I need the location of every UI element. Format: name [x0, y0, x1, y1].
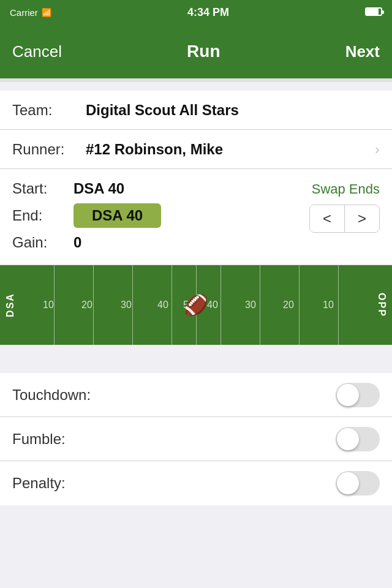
increment-button[interactable]: > [345, 205, 379, 232]
yard-line-20l [93, 265, 94, 345]
touchdown-knob [337, 384, 359, 406]
fumble-label: Fumble: [12, 431, 336, 448]
fumble-row: Fumble: [0, 417, 392, 461]
yard-num-30r: 30 [245, 300, 256, 311]
end-value[interactable]: DSA 40 [74, 203, 161, 228]
nav-title: Run [187, 42, 220, 61]
yard-num-20r: 20 [283, 300, 294, 311]
touchdown-toggle[interactable] [336, 383, 380, 407]
start-value: DSA 40 [74, 180, 124, 197]
gain-row: Gain: 0 [12, 229, 309, 256]
wifi-icon: 📶 [42, 8, 51, 17]
yard-num-10l: 10 [43, 300, 54, 311]
yard-line-20r [299, 265, 300, 345]
runner-value: #12 Robinson, Mike [86, 141, 375, 158]
start-label: Start: [12, 180, 74, 197]
play-details-section: Start: DSA 40 End: DSA 40 Gain: 0 Swap E… [0, 169, 392, 265]
start-row: Start: DSA 40 [12, 175, 309, 202]
swap-ends-button[interactable]: Swap Ends [312, 181, 380, 197]
yard-line-30l [132, 265, 133, 345]
penalty-row: Penalty: [0, 461, 392, 505]
team-label: Team: [12, 102, 86, 119]
yard-line-40r [221, 265, 221, 345]
touchdown-row: Touchdown: [0, 373, 392, 417]
yard-stepper: < > [309, 205, 380, 233]
status-left: Carrier 📶 [10, 7, 51, 18]
cancel-button[interactable]: Cancel [12, 42, 62, 61]
football-icon: 🏈 [184, 293, 208, 317]
touchdown-label: Touchdown: [12, 386, 336, 404]
team-row: Team: Digital Scout All Stars [0, 91, 392, 130]
gain-label: Gain: [12, 234, 74, 251]
battery-icon [365, 7, 382, 16]
gain-value: 0 [74, 234, 81, 251]
next-button[interactable]: Next [345, 42, 380, 61]
runner-label: Runner: [12, 141, 86, 158]
yard-num-40l: 40 [157, 300, 168, 311]
home-end-label: DSA [5, 293, 16, 317]
team-value: Digital Scout All Stars [86, 102, 380, 119]
carrier-label: Carrier [10, 7, 38, 18]
nav-bar: Cancel Run Next [0, 24, 392, 78]
penalty-knob [337, 472, 359, 494]
yard-line-10l [54, 265, 55, 345]
end-label: End: [12, 207, 74, 224]
yard-line-30r [260, 265, 260, 345]
toggle-section: Touchdown: Fumble: Penalty: [0, 373, 392, 505]
top-spacer [0, 82, 392, 91]
battery-container [365, 7, 382, 18]
runner-row[interactable]: Runner: #12 Robinson, Mike › [0, 130, 392, 169]
yard-num-30l: 30 [121, 300, 132, 311]
status-bar: Carrier 📶 4:34 PM [0, 0, 392, 24]
football-field: 10 20 30 40 50 40 30 20 10 DSA OPP 🏈 [0, 265, 392, 345]
away-end-label: OPP [376, 293, 387, 317]
right-controls: Swap Ends < > [309, 175, 380, 233]
penalty-label: Penalty: [12, 475, 336, 492]
penalty-toggle[interactable] [336, 471, 380, 496]
yard-line-10r [338, 265, 339, 345]
field-bottom-spacer [0, 345, 392, 369]
runner-chevron-icon: › [375, 141, 380, 158]
yard-num-10r: 10 [323, 300, 334, 311]
yard-num-20l: 20 [81, 300, 92, 311]
decrement-button[interactable]: < [310, 205, 344, 232]
yard-line-40l [172, 265, 172, 345]
yard-num-40r: 40 [207, 300, 218, 311]
status-time: 4:34 PM [187, 6, 229, 19]
fumble-toggle[interactable] [336, 427, 380, 451]
main-content: Team: Digital Scout All Stars Runner: #1… [0, 91, 392, 265]
end-row: End: DSA 40 [12, 202, 309, 229]
start-end-gain-group: Start: DSA 40 End: DSA 40 Gain: 0 [12, 175, 309, 256]
fumble-knob [337, 428, 359, 450]
